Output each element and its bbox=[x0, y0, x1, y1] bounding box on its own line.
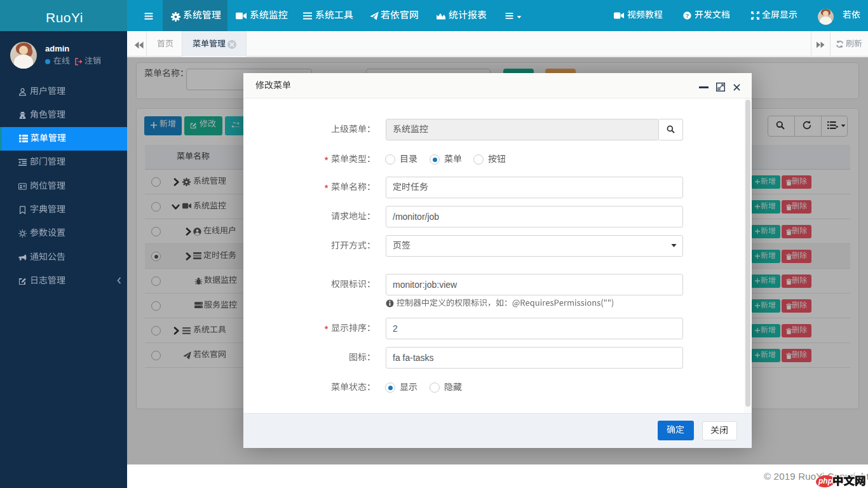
svg-text:?: ? bbox=[686, 13, 689, 19]
